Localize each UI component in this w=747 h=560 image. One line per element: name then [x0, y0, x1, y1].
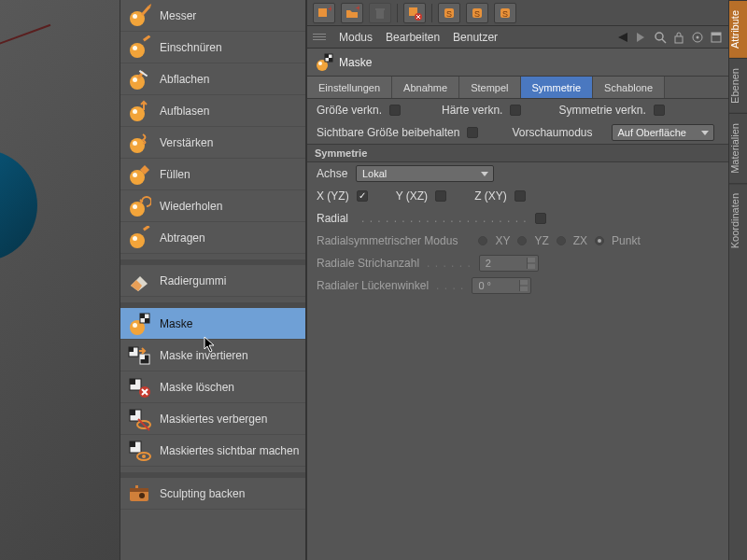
new-tag-button[interactable]: +: [313, 3, 335, 23]
svg-rect-36: [130, 441, 135, 447]
scene-button-2[interactable]: S: [466, 3, 488, 23]
tool-palette: Messer Einschnüren Abflachen Aufblasen V…: [120, 0, 306, 560]
keep-size-label: Sichtbare Größe beibehalten: [317, 126, 459, 139]
preview-mode-label: Vorschaumodus: [512, 126, 592, 139]
radmode-xy-label: XY: [495, 234, 510, 247]
radial-mode-label: Radialsymmetrischer Modus: [317, 234, 458, 247]
scene-button-3[interactable]: S: [494, 3, 516, 23]
grip-icon[interactable]: [313, 34, 326, 40]
svg-rect-46: [376, 10, 384, 19]
axis-planes-row: X (YZ) Y (XZ) Z (XY): [307, 185, 728, 207]
mask-hide-icon: [126, 406, 152, 432]
svg-point-38: [142, 455, 146, 458]
mask-delete-icon: [126, 374, 152, 400]
link-sym-label: Symmetrie verkn.: [558, 104, 645, 117]
menu-benutzer[interactable]: Benutzer: [453, 31, 498, 44]
radmode-zx-radio: [557, 236, 566, 245]
tool-label: Einschnüren: [160, 41, 222, 54]
plane-x-checkbox[interactable]: [357, 190, 368, 202]
svg-point-41: [139, 493, 145, 498]
preview-mode-select[interactable]: Auf Oberfläche: [612, 124, 714, 141]
tool-maskiertes-verbergen[interactable]: Maskiertes verbergen: [120, 403, 305, 435]
tool-einschnueren[interactable]: Einschnüren: [120, 32, 305, 63]
sidetab-ebenen[interactable]: Ebenen: [729, 58, 747, 113]
brush-ball-icon: [126, 130, 152, 156]
tool-radiergummi[interactable]: Radiergummi: [120, 265, 305, 297]
mask-ball-icon: [126, 311, 152, 337]
radial-count-value: 2: [486, 258, 491, 269]
radmode-xy-radio: [478, 236, 487, 245]
tool-maskiertes-sichtbar[interactable]: Maskiertes sichtbar machen: [120, 435, 305, 467]
tool-fuellen[interactable]: Füllen: [120, 159, 305, 190]
tool-maske-loeschen[interactable]: Maske löschen: [120, 371, 305, 403]
tool-abtragen[interactable]: Abtragen: [120, 222, 305, 254]
scene-button-1[interactable]: S: [438, 3, 460, 23]
viewport-3d[interactable]: [0, 0, 120, 560]
tab-stempel[interactable]: Stempel: [459, 77, 520, 98]
nav-back-icon[interactable]: [616, 31, 629, 44]
svg-rect-30: [130, 379, 135, 385]
tool-label: Sculpting backen: [160, 487, 245, 500]
sidetab-attribute[interactable]: Attribute: [729, 0, 747, 58]
dock-icon[interactable]: [710, 31, 723, 44]
tool-wiederholen[interactable]: Wiederholen: [120, 190, 305, 222]
radial-gap-label: Radialer Lückenwinkel: [317, 279, 429, 292]
radmode-yz-label: YZ: [534, 234, 548, 247]
tool-verstaerken[interactable]: Verstärken: [120, 127, 305, 159]
svg-rect-40: [130, 488, 148, 492]
plane-z-checkbox[interactable]: [514, 190, 526, 202]
brush-ball-icon: [126, 35, 152, 61]
tool-maske[interactable]: Maske: [120, 308, 305, 340]
plane-y-label: Y (XZ): [396, 189, 428, 203]
tool-aufblasen[interactable]: Aufblasen: [120, 95, 305, 127]
radial-count-row: Radiale Strichanzahl . . . . . . 2: [307, 252, 728, 274]
brush-ball-icon: [126, 3, 152, 29]
axis-select[interactable]: Lokal: [356, 165, 494, 182]
target-icon[interactable]: [691, 31, 704, 44]
lock-icon[interactable]: [672, 31, 685, 44]
mask-invert-icon: [126, 343, 152, 369]
brush-ball-icon: [126, 66, 152, 92]
nav-fwd-icon[interactable]: [635, 31, 648, 44]
link-sym-checkbox[interactable]: [654, 105, 665, 116]
svg-point-3: [133, 46, 137, 50]
tab-symmetrie[interactable]: Symmetrie: [521, 77, 594, 98]
tab-einstellungen[interactable]: Einstellungen: [307, 77, 392, 98]
svg-rect-26: [129, 347, 134, 352]
attr-toolbar: + + S S S: [307, 0, 728, 26]
sidetab-materialien[interactable]: Materialien: [729, 113, 747, 183]
keep-row: Sichtbare Größe beibehalten Vorschaumodu…: [307, 121, 728, 144]
search-icon[interactable]: [654, 31, 667, 44]
tool-group-bake: Sculpting backen: [120, 478, 305, 510]
radmode-yz-radio: [517, 236, 527, 245]
new-folder-button[interactable]: +: [341, 3, 363, 23]
radial-checkbox[interactable]: [535, 213, 546, 224]
tag-copy-button[interactable]: [403, 3, 426, 23]
svg-rect-57: [675, 36, 683, 43]
link-size-checkbox[interactable]: [389, 105, 401, 116]
svg-point-10: [133, 109, 137, 114]
link-hardness-checkbox[interactable]: [510, 105, 521, 116]
axis-label: Achse: [317, 167, 348, 180]
tool-abflachen[interactable]: Abflachen: [120, 63, 305, 95]
delete-button: [369, 3, 391, 23]
tab-abnahme[interactable]: Abnahme: [392, 77, 459, 98]
tool-label: Verstärken: [160, 136, 213, 149]
svg-point-21: [133, 323, 137, 328]
dots: . . . . . . . . . . . . . . . . . . . . …: [361, 212, 528, 225]
svg-rect-66: [329, 58, 332, 62]
tab-schablone[interactable]: Schablone: [593, 77, 665, 98]
link-row: Größe verkn. Härte verkn. Symmetrie verk…: [307, 99, 728, 121]
svg-point-63: [318, 62, 322, 65]
sidetab-koordinaten[interactable]: Koordinaten: [729, 183, 747, 258]
menu-bearbeiten[interactable]: Bearbeiten: [386, 31, 440, 44]
tool-maske-invertieren[interactable]: Maske invertieren: [120, 340, 305, 371]
plane-y-checkbox[interactable]: [435, 190, 446, 202]
keep-size-checkbox[interactable]: [467, 127, 478, 138]
tool-label: Maskiertes verbergen: [160, 413, 267, 426]
tool-sculpting-backen[interactable]: Sculpting backen: [120, 478, 305, 510]
tool-messer[interactable]: Messer: [120, 0, 305, 32]
axis-value: Lokal: [362, 168, 387, 179]
menu-modus[interactable]: Modus: [339, 31, 373, 44]
svg-rect-42: [135, 485, 138, 488]
